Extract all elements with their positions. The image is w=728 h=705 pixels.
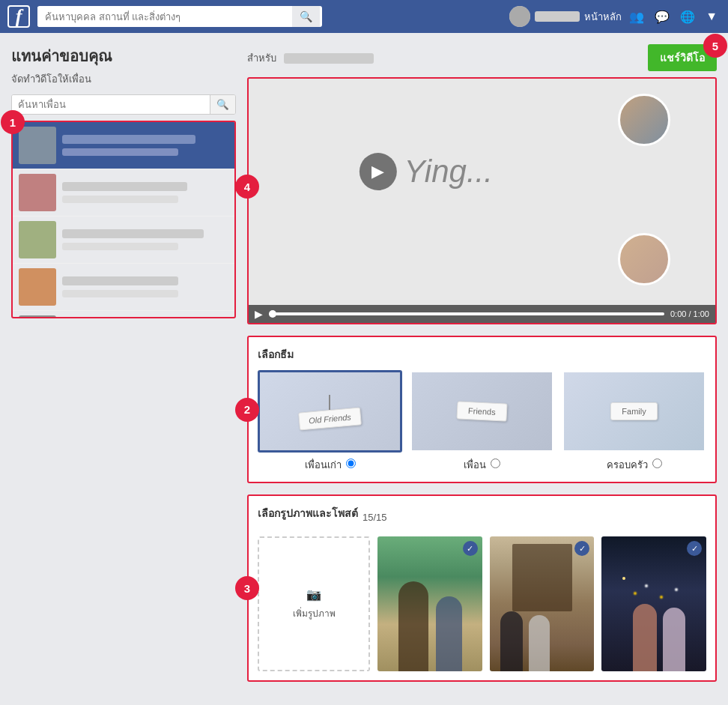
- recipient-bar: สำหรับ: [247, 50, 374, 66]
- video-name-text: Ying...: [404, 154, 493, 190]
- theme-card-friends[interactable]: Friends เพื่อน: [410, 370, 554, 473]
- top-bar: สำหรับ 5 แชร์วิดีโอ: [247, 44, 717, 71]
- list-item[interactable]: [13, 311, 234, 317]
- theme-family-tag: Family: [610, 402, 657, 420]
- username-blur: [535, 11, 580, 22]
- theme-old-friends-bg: Old Friends: [260, 372, 400, 450]
- friend-requests-button[interactable]: 👥: [626, 8, 647, 25]
- theme-friends-tag: Friends: [457, 402, 507, 420]
- theme-card-image-family: Family: [562, 370, 706, 453]
- add-photo-label: เพิ่มรูปภาพ: [293, 606, 336, 620]
- badge-3: 3: [235, 576, 259, 600]
- person-6: [663, 608, 685, 671]
- theme-old-friends-content: Old Friends: [260, 372, 400, 450]
- notifications-icon-wrapper: 🌐: [677, 8, 698, 25]
- photo-3-people: [633, 604, 685, 671]
- person-4: [529, 615, 550, 671]
- person-2: [436, 596, 462, 671]
- badge-5: 5: [703, 34, 727, 58]
- recipient-name-blur: [284, 53, 374, 64]
- theme-radio-family[interactable]: [652, 459, 662, 468]
- photo-1-people: [398, 581, 462, 671]
- search-friends-bar[interactable]: 🔍: [11, 94, 236, 115]
- home-link[interactable]: หน้าหลัก: [584, 9, 622, 25]
- theme-old-friends-tag: Old Friends: [299, 395, 361, 428]
- theme-section: เลือกธีม Old Friends: [247, 336, 717, 483]
- right-panel: สำหรับ 5 แชร์วิดีโอ 4 ▶ Ying...: [247, 44, 717, 682]
- friends-list-container: [11, 121, 236, 318]
- video-name-play: ▶ Ying...: [360, 153, 493, 190]
- friend-detail-bar: [62, 290, 178, 297]
- search-friends-button[interactable]: 🔍: [210, 95, 235, 114]
- photo-1-bg: [377, 536, 482, 671]
- navbar-right: หน้าหลัก 👥 💬 🌐 ▼: [509, 6, 721, 27]
- facebook-logo: f: [7, 5, 30, 28]
- photo-cell-1[interactable]: ✓: [377, 536, 482, 671]
- video-controls: ▶ 0:00 / 1:00: [249, 305, 715, 323]
- friend-name-bar: [62, 135, 195, 144]
- video-player[interactable]: ▶ Ying... ▶ 0:00 / 1:00: [247, 77, 717, 324]
- theme-family-bg: Family: [564, 372, 704, 450]
- friend-name-bar: [62, 182, 187, 191]
- notifications-button[interactable]: 🌐: [677, 8, 698, 25]
- messages-icon-wrapper: 💬: [652, 8, 673, 25]
- search-bar[interactable]: 🔍: [37, 6, 322, 27]
- photos-count: 15/15: [363, 512, 387, 523]
- friend-name-bar: [62, 229, 204, 238]
- video-progress-dot: [269, 310, 276, 318]
- search-button[interactable]: 🔍: [292, 6, 320, 27]
- photo-check-3: ✓: [687, 541, 702, 556]
- video-play-small-button[interactable]: ▶: [255, 308, 263, 320]
- left-panel: แทนค่าขอบคุณ จัดทำวิดีโอให้เพื่อน 🔍 1: [11, 44, 236, 682]
- theme-friends-bg: Friends: [412, 372, 552, 450]
- theme-card-family[interactable]: Family ครอบครัว: [562, 370, 706, 473]
- theme-card-label-old-friends: เพื่อนเก่า: [305, 457, 342, 473]
- messages-button[interactable]: 💬: [652, 8, 673, 25]
- theme-card-old-friends[interactable]: Old Friends เพื่อนเก่า: [258, 370, 402, 473]
- theme-cards: Old Friends เพื่อนเก่า: [258, 370, 706, 473]
- video-progress-bar[interactable]: [269, 312, 664, 315]
- main-content: แทนค่าขอบคุณ จัดทำวิดีโอให้เพื่อน 🔍 1: [0, 33, 728, 693]
- badge-2: 2: [235, 398, 259, 422]
- avatar: [19, 221, 56, 258]
- theme-radio-friends[interactable]: [491, 459, 500, 468]
- settings-button[interactable]: ▼: [703, 8, 721, 25]
- avatar[interactable]: [509, 6, 530, 27]
- tag-string: [329, 395, 330, 410]
- theme-radio-old-friends[interactable]: [346, 459, 356, 468]
- video-time: 0:00 / 1:00: [670, 309, 709, 318]
- theme-card-label-row-family: ครอบครัว: [607, 453, 662, 473]
- camera-icon: 📷: [306, 587, 321, 602]
- video-section: 4 ▶ Ying... ▶: [247, 77, 717, 324]
- list-item[interactable]: [13, 122, 234, 169]
- theme-section-title: เลือกธีม: [258, 346, 706, 363]
- search-friends-input[interactable]: [12, 95, 210, 114]
- friend-info: [62, 276, 228, 297]
- photos-grid: 📷 เพิ่มรูปภาพ ✓: [258, 536, 706, 671]
- video-avatar-top: [618, 94, 670, 146]
- theme-card-image-friends: Friends: [410, 370, 554, 453]
- friends-list[interactable]: [13, 122, 234, 317]
- list-item[interactable]: [13, 169, 234, 217]
- person-1: [398, 581, 428, 671]
- photo-2-bg: [490, 536, 595, 671]
- add-photo-button[interactable]: 📷 เพิ่มรูปภาพ: [258, 536, 370, 671]
- photo-2-people: [500, 611, 550, 671]
- theme-card-label-row-friends: เพื่อน: [464, 453, 500, 473]
- photo-cell-2[interactable]: ✓: [490, 536, 595, 671]
- list-item[interactable]: [13, 217, 234, 264]
- night-lights: [622, 577, 625, 580]
- video-play-button[interactable]: ▶: [360, 153, 397, 190]
- theme-friends-label-card: Friends: [457, 401, 508, 421]
- video-avatar-circle-top: [618, 94, 670, 146]
- friend-detail-bar: [62, 196, 178, 203]
- theme-friends-content: Friends: [412, 372, 552, 450]
- video-avatar-circle-bottom: [618, 233, 670, 285]
- list-item[interactable]: [13, 264, 234, 311]
- photo-check-1: ✓: [463, 541, 478, 556]
- search-input[interactable]: [37, 7, 292, 27]
- photo-cell-3[interactable]: ✓: [601, 536, 706, 671]
- person-5: [633, 604, 657, 671]
- friends-list-section: 1: [11, 121, 236, 318]
- theme-card-label-row-old-friends: เพื่อนเก่า: [305, 453, 356, 473]
